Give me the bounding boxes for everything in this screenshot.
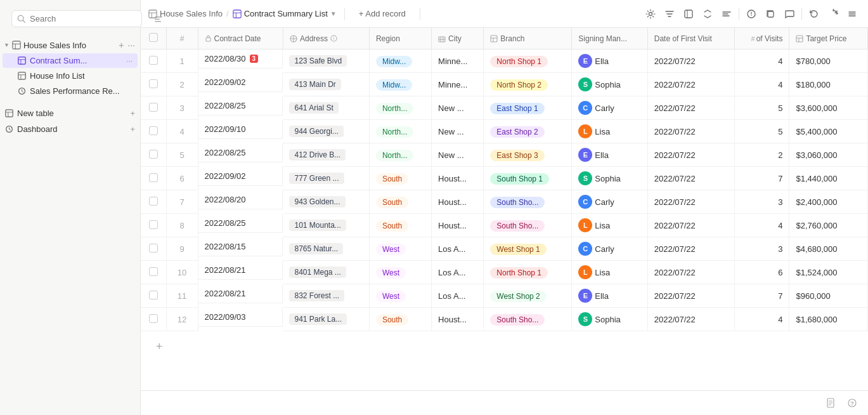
cell-region[interactable]: Midw... <box>369 73 431 96</box>
header-checkbox[interactable] <box>149 33 158 42</box>
cell-target-price[interactable]: $5,400,000 <box>789 120 868 143</box>
cell-city[interactable]: New ... <box>432 143 484 167</box>
cell-city[interactable]: New ... <box>432 120 484 143</box>
cell-first-visit[interactable]: 2022/07/22 <box>647 143 734 167</box>
cell-target-price[interactable]: $4,680,000 <box>789 237 868 261</box>
cell-signing-manager[interactable]: C Carly <box>572 96 647 120</box>
cell-first-visit[interactable]: 2022/07/22 <box>647 284 734 308</box>
more-group-icon[interactable]: ··· <box>127 40 135 50</box>
settings-button[interactable] <box>642 6 659 22</box>
cell-region[interactable]: South <box>369 308 431 331</box>
cell-region[interactable]: North... <box>369 120 431 143</box>
row-checkbox[interactable] <box>149 267 158 276</box>
cell-address[interactable]: 943 Golden... <box>283 190 369 214</box>
cell-signing-manager[interactable]: S Sophia <box>572 167 647 190</box>
cell-signing-manager[interactable]: C Carly <box>572 190 647 214</box>
cell-address[interactable]: 641 Arial St <box>283 96 369 120</box>
sidebar-item-new-table[interactable]: New table + <box>0 105 140 121</box>
cell-address[interactable]: 412 Drive B... <box>283 143 369 167</box>
cell-contract-date[interactable]: 2022/08/25 <box>198 143 283 162</box>
cell-contract-date[interactable]: 2022/08/20 <box>198 190 283 209</box>
cell-target-price[interactable]: $3,600,000 <box>789 96 868 120</box>
cell-num-visits[interactable]: 7 <box>734 284 789 308</box>
sidebar-item-dashboard[interactable]: Dashboard + <box>0 121 140 137</box>
cell-city[interactable]: Minne... <box>432 49 484 73</box>
row-checkbox[interactable] <box>149 56 158 65</box>
row-checkbox[interactable] <box>149 126 158 135</box>
col-num-visits[interactable]: # of Visits <box>734 28 789 49</box>
sidebar-item-house-info-list[interactable]: House Info List <box>3 69 138 83</box>
cell-signing-manager[interactable]: C Carly <box>572 237 647 261</box>
cell-contract-date[interactable]: 2022/09/02 <box>198 167 283 186</box>
cell-city[interactable]: Houst... <box>432 308 484 331</box>
cell-contract-date[interactable]: 2022/08/25 <box>198 96 283 115</box>
footer-doc-button[interactable] <box>822 395 839 411</box>
row-checkbox[interactable] <box>149 314 158 323</box>
cell-signing-manager[interactable]: S Sophia <box>572 73 647 96</box>
undo-button[interactable] <box>806 6 822 22</box>
cell-first-visit[interactable]: 2022/07/22 <box>647 120 734 143</box>
search-box[interactable] <box>11 10 142 27</box>
row-checkbox[interactable] <box>149 291 158 300</box>
cell-num-visits[interactable]: 3 <box>734 237 789 261</box>
cell-signing-manager[interactable]: L Lisa <box>572 120 647 143</box>
cell-signing-manager[interactable]: E Ella <box>572 49 647 73</box>
cell-region[interactable]: Midw... <box>369 49 431 73</box>
cell-num-visits[interactable]: 2 <box>734 143 789 167</box>
cell-target-price[interactable]: $3,060,000 <box>789 143 868 167</box>
cell-city[interactable]: Los A... <box>432 237 484 261</box>
cell-contract-date[interactable]: 2022/08/303 <box>198 49 283 69</box>
cell-target-price[interactable]: $1,680,000 <box>789 308 868 331</box>
cell-num-visits[interactable]: 4 <box>734 214 789 237</box>
sidebar-item-sales-performance[interactable]: Sales Performance Re... <box>3 84 138 98</box>
search-input[interactable] <box>30 14 136 23</box>
cell-city[interactable]: Los A... <box>432 261 484 284</box>
sort-button[interactable] <box>699 6 716 22</box>
cell-first-visit[interactable]: 2022/07/22 <box>647 308 734 331</box>
sidebar-group-header-house-sales-info[interactable]: ▼ House Sales Info + ··· <box>0 37 140 53</box>
cell-branch[interactable]: South Sho... <box>484 190 572 214</box>
cell-first-visit[interactable]: 2022/07/22 <box>647 96 734 120</box>
cell-address[interactable]: 832 Forest ... <box>283 284 369 308</box>
redo-button[interactable] <box>825 6 841 22</box>
cell-address[interactable]: 413 Main Dr <box>283 73 369 96</box>
cell-region[interactable]: West <box>369 261 431 284</box>
cell-contract-date[interactable]: 2022/09/03 <box>198 308 283 327</box>
cell-branch[interactable]: South Shop 1 <box>484 167 572 190</box>
cell-first-visit[interactable]: 2022/07/22 <box>647 167 734 190</box>
cell-city[interactable]: Houst... <box>432 190 484 214</box>
cell-branch[interactable]: South Sho... <box>484 214 572 237</box>
cell-target-price[interactable]: $2,760,000 <box>789 214 868 237</box>
add-new-table-icon[interactable]: + <box>130 109 135 118</box>
cell-target-price[interactable]: $180,000 <box>789 73 868 96</box>
cell-city[interactable]: Los A... <box>432 284 484 308</box>
cell-region[interactable]: South <box>369 190 431 214</box>
cell-num-visits[interactable]: 4 <box>734 49 789 73</box>
cell-branch[interactable]: West Shop 1 <box>484 237 572 261</box>
cell-target-price[interactable]: $780,000 <box>789 49 868 73</box>
cell-region[interactable]: South <box>369 167 431 190</box>
cell-branch[interactable]: East Shop 2 <box>484 120 572 143</box>
cell-address[interactable]: 8401 Mega ... <box>283 261 369 284</box>
cell-address[interactable]: 101 Mounta... <box>283 214 369 237</box>
cell-first-visit[interactable]: 2022/07/22 <box>647 237 734 261</box>
group-button[interactable] <box>718 6 735 22</box>
cell-signing-manager[interactable]: E Ella <box>572 284 647 308</box>
cell-region[interactable]: West <box>369 284 431 308</box>
col-address[interactable]: Address i <box>283 28 369 49</box>
cell-num-visits[interactable]: 6 <box>734 261 789 284</box>
col-branch[interactable]: Branch <box>484 28 572 49</box>
cell-contract-date[interactable]: 2022/09/10 <box>198 120 283 139</box>
cell-num-visits[interactable]: 3 <box>734 190 789 214</box>
cell-address[interactable]: 8765 Natur... <box>283 237 369 261</box>
row-checkbox[interactable] <box>149 244 158 253</box>
cell-num-visits[interactable]: 5 <box>734 96 789 120</box>
row-checkbox[interactable] <box>149 197 158 206</box>
fields-button[interactable] <box>680 6 697 22</box>
cell-num-visits[interactable]: 4 <box>734 308 789 331</box>
cell-target-price[interactable]: $1,524,000 <box>789 261 868 284</box>
breadcrumb-view-item[interactable]: Contract Summary List ▼ <box>233 9 337 18</box>
breadcrumb-db-item[interactable]: House Sales Info <box>148 9 223 18</box>
row-checkbox[interactable] <box>149 103 158 112</box>
cell-first-visit[interactable]: 2022/07/22 <box>647 214 734 237</box>
